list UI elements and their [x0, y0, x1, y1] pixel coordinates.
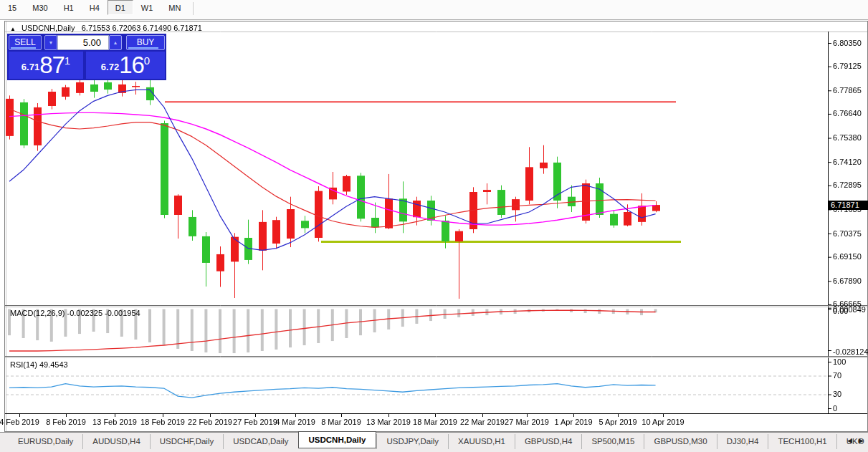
price-axis-label: 6.77865 — [833, 86, 862, 95]
timeframe-toolbar: 15M30H1H4D1W1MN — [0, 0, 868, 20]
chart-title: ▲ USDCNH,Daily 6.71553 6.72063 6.71490 6… — [10, 24, 202, 32]
chart-tab-bar: EURUSD,DailyAUDUSD,H4USDCHF,DailyUSDCAD,… — [0, 432, 868, 452]
price-axis-label: 6.70375 — [833, 229, 862, 238]
chart-tab-DJ30-H4[interactable]: DJ30,H4 — [717, 434, 768, 449]
price-axis-label: 6.75380 — [833, 133, 862, 142]
price-axis-label: 6.67890 — [833, 277, 862, 285]
buy-price-pip: 0 — [144, 54, 150, 67]
chart-tab-EURUSD-Daily[interactable]: EURUSD,Daily — [9, 434, 82, 449]
chart-tab-USDJPY-Daily[interactable]: USDJPY,Daily — [376, 434, 448, 449]
trading-platform-window: { "toolbar": { "timeframes": [ {"label":… — [0, 0, 868, 452]
tab-scroll-right-icon[interactable]: ▶ — [859, 437, 864, 444]
chart-tab-GBPUSD-H4[interactable]: GBPUSD,H4 — [515, 434, 581, 449]
timeframe-button-D1[interactable]: D1 — [108, 0, 133, 15]
chart-tab-USDCHF-Daily[interactable]: USDCHF,Daily — [150, 434, 223, 449]
chart-title-ohlc: 6.71553 6.72063 6.71490 6.71871 — [82, 24, 202, 32]
rsi-axis-label: 100 — [833, 357, 846, 366]
current-price-badge: 6.71871 — [829, 201, 868, 210]
buy-price-big: 16 — [119, 52, 144, 79]
price-axis-label: 6.72895 — [833, 181, 862, 189]
macd-label: MACD(12,26,9) -0.002325 -0.001954 — [10, 309, 140, 317]
toolbar-divider — [193, 2, 194, 15]
timeframe-button-MN[interactable]: MN — [161, 0, 189, 15]
sell-price-pip: 1 — [65, 54, 70, 67]
buy-button[interactable]: BUY — [126, 35, 165, 50]
tab-scroll-left-icon[interactable]: ◀ — [847, 437, 852, 444]
sell-price-big: 87 — [39, 52, 65, 79]
chart-tab-TECH100-H1[interactable]: TECH100,H1 — [768, 434, 836, 449]
chart-tab-SP500-M15[interactable]: SP500,M15 — [581, 434, 644, 449]
timeframe-button-H4[interactable]: H4 — [82, 0, 108, 15]
chart-tab-XAUUSD-H1[interactable]: XAUUSD,H1 — [448, 434, 515, 449]
volume-decrease-button[interactable]: ▼ — [44, 35, 57, 50]
chart-tab-AUDUSD-H4[interactable]: AUDUSD,H4 — [82, 434, 149, 449]
buy-button-label: BUY — [137, 37, 155, 47]
rsi-label: RSI(14) 49.4543 — [10, 360, 68, 369]
arrow-down-icon: ▼ — [49, 40, 54, 45]
sell-price-prefix: 6.71 — [22, 62, 39, 72]
buy-price-box[interactable]: 6.72 16 0 — [86, 52, 165, 79]
volume-increase-button[interactable]: ▲ — [109, 35, 122, 50]
timeframe-button-M30[interactable]: M30 — [24, 0, 55, 15]
buy-price-prefix: 6.72 — [101, 62, 119, 72]
sell-price-box[interactable]: 6.71 87 1 — [9, 52, 83, 79]
arrow-up-icon: ▲ — [113, 40, 118, 45]
timeframe-button-H1[interactable]: H1 — [56, 0, 82, 15]
quick-trade-arrow-icon[interactable]: ▲ — [10, 26, 16, 32]
price-axis-label: 6.69150 — [833, 252, 862, 261]
sell-button[interactable]: SELL — [9, 35, 42, 50]
rsi-axis-label: 0 — [833, 404, 837, 413]
macd-axis-label: -0.028124 — [833, 347, 868, 356]
volume-input[interactable]: 5.00 — [57, 35, 109, 50]
date-axis-label: 10 Apr 2019 — [631, 418, 695, 426]
chart-tab-USDCNH-Daily[interactable]: USDCNH,Daily — [298, 431, 377, 448]
price-axis-label: 6.74120 — [833, 158, 862, 166]
timeframe-button-15[interactable]: 15 — [0, 0, 24, 15]
sell-button-label: SELL — [14, 37, 35, 47]
price-axis-label: 6.76640 — [833, 109, 862, 117]
price-axis-label: 6.79125 — [833, 62, 862, 70]
price-axis-label: 6.80350 — [833, 39, 862, 47]
rsi-axis-label: 70 — [833, 371, 841, 380]
rsi-axis-label: 30 — [833, 390, 841, 398]
one-click-trade-panel: SELL ▼ 5.00 ▲ BUY 6.71 87 1 6.72 16 0 — [7, 34, 166, 80]
chart-tab-GBPUSD-M30[interactable]: GBPUSD,M30 — [644, 434, 716, 449]
buy-underline — [128, 47, 158, 49]
macd-axis-label: 0.000849 — [833, 305, 866, 314]
timeframe-button-W1[interactable]: W1 — [133, 0, 161, 15]
chart-title-symbol: USDCNH,Daily — [22, 24, 75, 32]
chart-tab-USDCAD-Daily[interactable]: USDCAD,Daily — [223, 434, 297, 449]
sell-underline — [11, 47, 36, 49]
